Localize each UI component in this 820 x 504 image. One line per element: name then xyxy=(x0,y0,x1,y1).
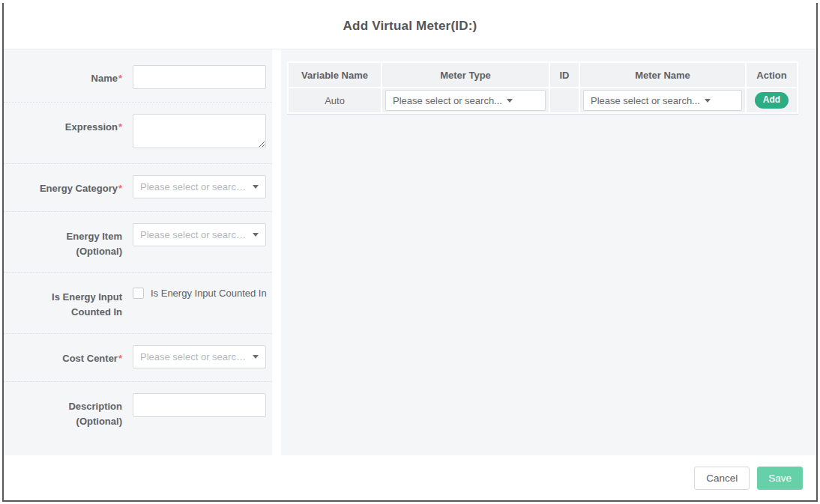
required-asterisk: * xyxy=(118,353,122,364)
energy-item-select[interactable]: Please select or search... xyxy=(133,223,266,246)
energy-input-counted-checkbox[interactable] xyxy=(133,288,144,299)
cost-center-select[interactable]: Please select or search... xyxy=(133,345,266,368)
meter-type-cell: Please select or search... xyxy=(382,88,549,112)
add-virtual-meter-dialog: Add Virtual Meter(ID:) Name* Expression*… xyxy=(2,3,818,502)
expression-label: Expression* xyxy=(13,114,122,135)
id-cell xyxy=(550,88,579,112)
chevron-down-icon xyxy=(705,99,711,103)
add-variable-button[interactable]: Add xyxy=(755,92,789,108)
required-asterisk: * xyxy=(118,183,122,194)
column-header-action: Action xyxy=(747,63,797,87)
column-header-variable-name: Variable Name xyxy=(289,63,381,87)
select-placeholder: Please select or search... xyxy=(140,181,248,192)
column-header-id: ID xyxy=(550,63,579,87)
table-header-row: Variable Name Meter Type ID Meter Name A… xyxy=(289,63,797,87)
dialog-footer: Cancel Save xyxy=(4,455,816,500)
column-header-meter-type: Meter Type xyxy=(382,63,549,87)
save-button[interactable]: Save xyxy=(757,467,803,490)
form-row-energy-input-counted: Is Energy InputCounted In Is Energy Inpu… xyxy=(4,273,272,333)
dialog-body: Name* Expression* Energy Category* Pleas… xyxy=(4,49,816,455)
select-placeholder: Please select or search... xyxy=(140,351,248,362)
name-label: Name* xyxy=(13,65,122,86)
select-placeholder: Please select or search... xyxy=(591,95,700,106)
select-placeholder: Please select or search... xyxy=(393,95,502,106)
dialog-header: Add Virtual Meter(ID:) xyxy=(4,3,816,49)
form-row-energy-category: Energy Category* Please select or search… xyxy=(4,164,272,212)
variables-table: Variable Name Meter Type ID Meter Name A… xyxy=(287,61,798,114)
chevron-down-icon xyxy=(507,99,513,103)
form-row-description: Description(Optional) xyxy=(4,382,272,442)
chevron-down-icon xyxy=(253,185,259,189)
variable-name-cell: Auto xyxy=(289,88,381,112)
description-input[interactable] xyxy=(133,393,266,417)
energy-category-select[interactable]: Please select or search... xyxy=(133,175,266,198)
form-row-expression: Expression* xyxy=(4,103,272,164)
dialog-title: Add Virtual Meter(ID:) xyxy=(343,19,477,34)
meter-name-cell: Please select or search... xyxy=(580,88,745,112)
meter-type-select[interactable]: Please select or search... xyxy=(385,90,546,111)
chevron-down-icon xyxy=(253,355,259,359)
table-bottom-border xyxy=(287,114,798,115)
action-cell: Add xyxy=(747,88,797,112)
variables-panel: Variable Name Meter Type ID Meter Name A… xyxy=(281,49,816,455)
name-input[interactable] xyxy=(133,65,266,89)
expression-textarea[interactable] xyxy=(133,114,266,148)
energy-input-counted-label: Is Energy InputCounted In xyxy=(13,284,122,320)
cost-center-label: Cost Center* xyxy=(13,345,122,366)
cancel-button[interactable]: Cancel xyxy=(694,467,750,490)
table-row: Auto Please select or search... Please s… xyxy=(289,88,797,112)
form-row-name: Name* xyxy=(4,54,272,103)
required-asterisk: * xyxy=(118,73,122,84)
form-row-cost-center: Cost Center* Please select or search... xyxy=(4,334,272,382)
select-placeholder: Please select or search... xyxy=(140,229,248,240)
form-panel: Name* Expression* Energy Category* Pleas… xyxy=(4,49,272,455)
energy-category-label: Energy Category* xyxy=(13,175,122,196)
column-header-meter-name: Meter Name xyxy=(580,63,745,87)
required-asterisk: * xyxy=(118,121,122,133)
panel-divider xyxy=(272,49,281,455)
meter-name-select[interactable]: Please select or search... xyxy=(583,90,742,111)
energy-input-counted-field: Is Energy Input Counted In xyxy=(133,284,267,299)
energy-item-label: Energy Item(Optional) xyxy=(13,223,122,259)
description-label: Description(Optional) xyxy=(13,393,122,429)
chevron-down-icon xyxy=(253,233,259,237)
form-row-energy-item: Energy Item(Optional) Please select or s… xyxy=(4,212,272,273)
checkbox-label: Is Energy Input Counted In xyxy=(151,288,267,299)
